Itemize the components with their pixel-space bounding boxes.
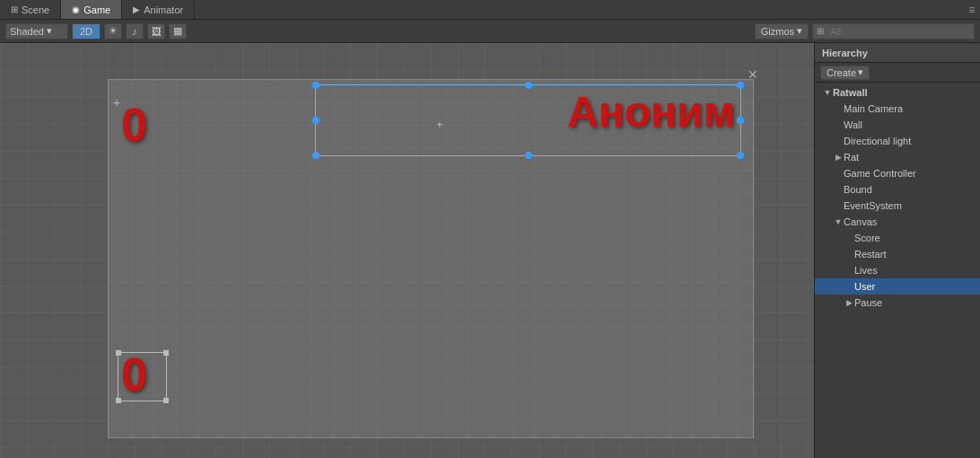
main-area: 0 Аноним ✕ + 0	[0, 43, 980, 458]
hierarchy-panel: Hierarchy Create ▾ ▼ Ratwall Main Camera…	[814, 43, 980, 458]
gizmos-arrow: ▾	[797, 25, 802, 37]
canvas-arrow: ▼	[833, 217, 844, 226]
game-tab-label: Game	[83, 4, 110, 15]
restart-label: Restart	[854, 249, 886, 260]
handle-bottom-left[interactable]	[312, 152, 319, 159]
gizmos-label: Gizmos	[761, 26, 794, 37]
effects-toggle-button[interactable]: 🖼	[147, 23, 165, 40]
hierarchy-tree: ▼ Ratwall Main Camera Wall Directional l…	[815, 83, 980, 458]
small-selection-box[interactable]	[118, 352, 167, 401]
tree-item-game-controller[interactable]: Game Controller	[815, 165, 980, 181]
handle-bottom-middle[interactable]	[525, 152, 532, 159]
hierarchy-title: Hierarchy	[822, 48, 868, 58]
animator-tab-icon: ▶	[133, 4, 140, 14]
tree-item-canvas[interactable]: ▼ Canvas	[815, 214, 980, 230]
tree-item-user[interactable]: User	[815, 278, 980, 295]
2d-label: 2D	[80, 26, 92, 37]
game-content-area: 0 Аноним ✕ + 0	[108, 79, 754, 438]
tab-scene[interactable]: ⊞ Scene	[0, 0, 61, 19]
move-widget: +	[113, 95, 120, 110]
audio-toggle-button[interactable]: ♪	[126, 23, 144, 40]
shading-dropdown[interactable]: Shaded ▾	[5, 23, 68, 40]
search-container: ⊞	[812, 23, 975, 40]
scene-toolbar: Shaded ▾ 2D ☀ ♪ 🖼 ▦ Gizmos ▾ ⊞	[0, 20, 980, 43]
handle-middle-right[interactable]	[737, 117, 744, 124]
collapse-button[interactable]: ≡	[964, 0, 980, 19]
directional-light-label: Directional light	[844, 136, 911, 146]
tab-game[interactable]: ◉ Game	[61, 0, 122, 19]
wall-label: Wall	[844, 119, 862, 130]
handle-bottom-right[interactable]	[737, 152, 744, 159]
event-system-label: EventSystem	[844, 200, 902, 211]
tree-item-bound[interactable]: Bound	[815, 181, 980, 198]
overlay-toggle-button[interactable]: ▦	[169, 23, 187, 40]
handle-top-left[interactable]	[312, 82, 319, 89]
tree-item-rat[interactable]: ▶ Rat	[815, 149, 980, 165]
handle-middle-left[interactable]	[312, 117, 319, 124]
game-tab-icon: ◉	[72, 4, 80, 14]
hierarchy-toolbar: Create ▾	[815, 63, 980, 83]
tree-item-wall[interactable]: Wall	[815, 117, 980, 133]
ratwall-label: Ratwall	[833, 87, 868, 98]
2d-button[interactable]: 2D	[72, 23, 101, 40]
tree-item-main-camera[interactable]: Main Camera	[815, 101, 980, 117]
small-handle-bl[interactable]	[116, 398, 121, 403]
lives-label: Lives	[854, 265, 878, 276]
search-prefix-icon: ⊞	[817, 26, 824, 36]
tree-item-score[interactable]: Score	[815, 230, 980, 246]
create-label: Create	[827, 67, 856, 78]
pivot-cross: +	[436, 118, 443, 131]
canvas-label: Canvas	[844, 216, 877, 227]
small-handle-br[interactable]	[163, 398, 169, 403]
gizmos-dropdown[interactable]: Gizmos ▾	[755, 23, 809, 40]
main-camera-label: Main Camera	[844, 103, 903, 114]
create-button[interactable]: Create ▾	[820, 66, 870, 80]
rat-label: Rat	[844, 152, 859, 163]
rotate-handle[interactable]: ✕	[748, 67, 758, 82]
selection-box[interactable]: ✕	[315, 84, 741, 156]
tree-item-ratwall[interactable]: ▼ Ratwall	[815, 84, 980, 101]
tree-item-restart[interactable]: Restart	[815, 246, 980, 262]
scene-viewport[interactable]: 0 Аноним ✕ + 0	[0, 43, 814, 458]
tree-item-lives[interactable]: Lives	[815, 262, 980, 278]
scene-tab-icon: ⊞	[11, 4, 18, 14]
rat-arrow: ▶	[833, 153, 844, 162]
shading-label: Shaded	[10, 26, 44, 37]
ratwall-arrow: ▼	[822, 88, 833, 97]
bound-label: Bound	[844, 184, 872, 195]
user-label: User	[854, 281, 875, 292]
light-toggle-button[interactable]: ☀	[104, 23, 122, 40]
tree-item-event-system[interactable]: EventSystem	[815, 198, 980, 214]
pause-label: Pause	[854, 297, 882, 308]
scene-tab-label: Scene	[22, 4, 49, 15]
search-input[interactable]	[827, 23, 970, 40]
create-arrow: ▾	[858, 66, 863, 78]
score-label: Score	[854, 233, 880, 243]
shading-arrow: ▾	[47, 25, 52, 37]
score-top-label: 0	[121, 98, 147, 152]
animator-tab-label: Animator	[144, 4, 183, 15]
handle-top-middle[interactable]	[525, 82, 532, 89]
tree-item-directional-light[interactable]: Directional light	[815, 133, 980, 149]
tree-item-pause[interactable]: ▶ Pause	[815, 295, 980, 311]
hierarchy-header: Hierarchy	[815, 43, 980, 63]
handle-top-right[interactable]	[737, 82, 744, 89]
tab-animator[interactable]: ▶ Animator	[122, 0, 195, 19]
pause-arrow: ▶	[844, 298, 854, 307]
small-handle-tl[interactable]	[116, 350, 121, 356]
small-handle-tr[interactable]	[163, 350, 169, 356]
game-controller-label: Game Controller	[844, 168, 916, 179]
tab-bar: ⊞ Scene ◉ Game ▶ Animator ≡	[0, 0, 980, 20]
